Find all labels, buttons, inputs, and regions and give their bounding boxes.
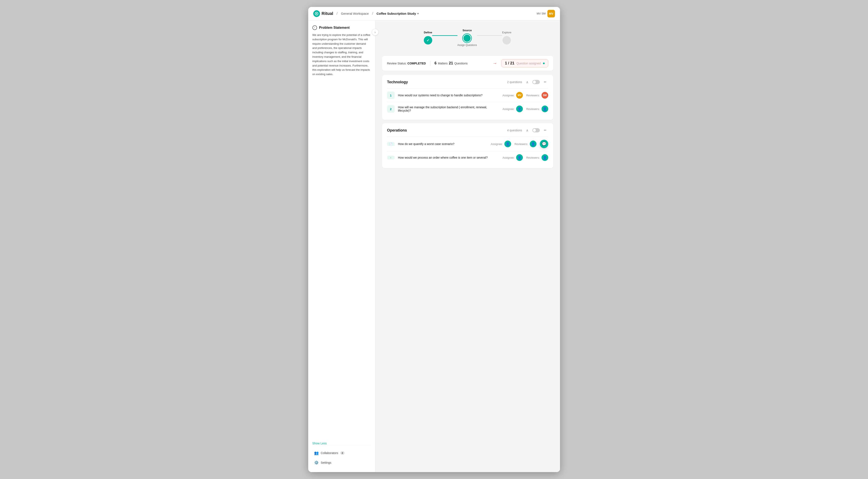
matters-label: Matters — [438, 62, 448, 65]
collaborators-icon: 👥 — [314, 451, 319, 455]
table-row: 2 How will we manage the subscription ba… — [387, 102, 548, 116]
review-status-value: COMPLETED — [407, 62, 426, 65]
assignee-avatar-mv[interactable]: MV — [516, 92, 523, 99]
operations-title: Operations — [387, 128, 407, 133]
question-assigned-box[interactable]: 1 / 21 Question assigned — [501, 59, 548, 67]
reviewer-avatar-ops-1[interactable]: 👤 — [530, 140, 536, 147]
problem-statement-title: Problem Statement — [319, 26, 350, 30]
assignee-label-2: Assignee: — [502, 107, 515, 110]
reviewers-section-2: Reviewers: 👤 — [526, 105, 548, 112]
technology-collapse-button[interactable]: ∧ — [525, 79, 530, 85]
question-number-1: 1 — [387, 92, 395, 99]
logo: Ritual — [313, 10, 333, 17]
step-source-circle — [463, 34, 471, 42]
question-number-2: 2 — [387, 105, 395, 113]
technology-questions-count: 2 questions — [507, 81, 522, 84]
step-explore: Explore — [502, 31, 511, 44]
operations-meta: 4 questions ∧ ✏ — [507, 127, 548, 133]
reviewers-label-ops-1: Reviewers: — [515, 142, 528, 146]
header-avatars: MV SM MV — [537, 10, 555, 18]
show-less-link[interactable]: Show Less — [312, 442, 371, 445]
workspace-breadcrumb[interactable]: General Workspace — [341, 12, 369, 15]
reviewer-avatar-ops-2[interactable]: 👤 — [541, 154, 548, 161]
review-bar-divider — [430, 61, 430, 66]
logo-icon — [313, 10, 320, 17]
table-row: 📄 How do we quantify a worst case scenar… — [387, 136, 548, 151]
assignee-label-ops-2: Assignee: — [502, 156, 515, 159]
settings-icon: ⚙️ — [314, 460, 319, 465]
connector-source-explore — [477, 35, 502, 36]
sidebar-item-settings[interactable]: ⚙️ Settings — [312, 458, 371, 467]
problem-statement-text: We are trying to explore the potential o… — [312, 33, 371, 439]
questions-number: 21 — [449, 61, 453, 65]
share-icon: ↑ — [387, 156, 395, 159]
operations-edit-button[interactable]: ✏ — [542, 127, 548, 133]
technology-edit-button[interactable]: ✏ — [542, 79, 548, 85]
reviewer-avatar-icon-2[interactable]: 👤 — [541, 105, 548, 112]
sidebar-expand-button[interactable]: › — [372, 29, 378, 35]
assignee-section-ops-2: Assignee: 👤 — [502, 154, 523, 161]
question-text-2: How will we manage the subscription back… — [398, 105, 499, 112]
step-define-label: Define — [424, 31, 432, 34]
review-bar: Review Status: COMPLETED 6 Matters 21 Qu… — [382, 56, 553, 71]
reviewers-label-2: Reviewers: — [526, 107, 540, 110]
svg-point-1 — [316, 13, 317, 14]
assignee-section-1: Assignee: MV — [502, 92, 523, 99]
problem-statement-icon: ! — [312, 25, 317, 30]
technology-meta: 2 questions ∧ ✏ — [507, 79, 548, 85]
assignee-avatar-icon-2[interactable]: 👤 — [516, 105, 523, 112]
matters-count: 6 Matters 21 Questions — [435, 61, 468, 65]
operations-questions-count: 4 questions — [507, 129, 522, 132]
assignee-avatar-ops-1[interactable]: 👤 — [504, 140, 511, 147]
chevron-down-icon: ▾ — [417, 12, 418, 15]
collaborators-badge: 2 — [340, 451, 344, 455]
reviewers-section-ops-2: Reviewers: 👤 — [526, 154, 548, 161]
step-define: Define ✓ — [424, 31, 432, 44]
breadcrumb-sep-1: / — [337, 11, 338, 16]
step-explore-label: Explore — [502, 31, 511, 34]
breadcrumb-sep-2: / — [372, 11, 373, 16]
step-source: Source Assign Questions — [457, 29, 477, 46]
reviewers-section-ops-1: Reviewers: 👤 — [515, 140, 536, 147]
qa-fraction: 1 / 21 — [505, 61, 514, 65]
progress-steps: Define ✓ Source Assign Questions Explore — [382, 25, 553, 50]
reviewers-label-ops-2: Reviewers: — [526, 156, 540, 159]
main-layout: › ! Problem Statement We are trying to e… — [308, 20, 560, 472]
assignee-section-2: Assignee: 👤 — [502, 105, 523, 112]
question-text-ops-2: How would we process an order where coff… — [398, 156, 499, 159]
matters-number: 6 — [435, 61, 437, 65]
collaborators-label: Collaborators — [321, 451, 338, 455]
project-breadcrumb[interactable]: Coffee Subscription Study ▾ — [376, 12, 418, 15]
arrow-right-icon: → — [492, 61, 497, 66]
content-area: Define ✓ Source Assign Questions Explore — [375, 20, 560, 472]
review-status: Review Status: COMPLETED — [387, 62, 426, 65]
logo-text: Ritual — [322, 11, 333, 16]
review-status-label: Review Status: — [387, 62, 407, 65]
reviewer-avatar-sm[interactable]: SM — [541, 92, 548, 99]
table-row: ↑ How would we process an order where co… — [387, 151, 548, 164]
assignee-label-1: Assignee: — [502, 94, 515, 97]
chat-button[interactable]: 💬 — [540, 140, 548, 148]
settings-label: Settings — [321, 461, 332, 464]
step-explore-circle — [502, 36, 511, 44]
operations-collapse-button[interactable]: ∧ — [525, 128, 530, 133]
reviewers-label-1: Reviewers: — [526, 94, 540, 97]
step-define-circle: ✓ — [424, 36, 432, 44]
assignee-avatar-ops-2[interactable]: 👤 — [516, 154, 523, 161]
step-source-label: Source — [462, 29, 472, 32]
step-source-sublabel: Assign Questions — [457, 44, 477, 46]
question-text-1: How would our systems need to change to … — [398, 94, 499, 97]
header: Ritual / General Workspace / Coffee Subs… — [308, 7, 560, 20]
ops-q1-icons: 📄 — [387, 142, 395, 146]
user-avatar-button[interactable]: MV — [548, 10, 555, 18]
operations-toggle[interactable] — [532, 128, 540, 132]
table-row: 1 How would our systems need to change t… — [387, 88, 548, 102]
technology-toggle[interactable] — [532, 80, 540, 84]
operations-section-header: Operations 4 questions ∧ ✏ — [387, 127, 548, 133]
qa-dot — [543, 63, 545, 64]
technology-section-header: Technology 2 questions ∧ ✏ — [387, 79, 548, 85]
technology-title: Technology — [387, 80, 408, 84]
sidebar-item-collaborators[interactable]: 👥 Collaborators 2 — [312, 449, 371, 457]
technology-section: Technology 2 questions ∧ ✏ 1 How would o… — [382, 75, 553, 120]
operations-section: Operations 4 questions ∧ ✏ 📄 How do we q… — [382, 123, 553, 168]
